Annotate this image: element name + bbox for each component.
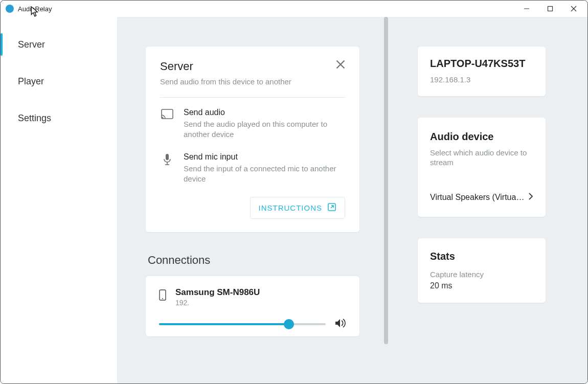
sidebar-item-label: Server bbox=[18, 39, 45, 50]
titlebar: AudioRelay bbox=[1, 1, 587, 17]
sidebar-item-player[interactable]: Player bbox=[1, 63, 117, 100]
minimize-button[interactable] bbox=[515, 1, 538, 17]
app-window: AudioRelay Server Player Set bbox=[0, 0, 588, 384]
option-desc: Send the input of a connected mic to ano… bbox=[184, 164, 345, 184]
divider bbox=[160, 97, 345, 98]
close-icon[interactable] bbox=[336, 60, 345, 71]
option-send-mic[interactable]: Send mic input Send the input of a conne… bbox=[160, 152, 345, 184]
svg-rect-8 bbox=[166, 154, 169, 160]
app-icon bbox=[6, 5, 14, 13]
option-label: Send audio bbox=[184, 108, 345, 117]
maximize-button[interactable] bbox=[538, 1, 562, 17]
stats-title: Stats bbox=[430, 251, 533, 262]
instructions-button[interactable]: INSTRUCTIONS bbox=[250, 197, 346, 219]
external-link-icon bbox=[327, 202, 336, 213]
speaker-icon[interactable] bbox=[335, 318, 346, 330]
close-button[interactable] bbox=[562, 1, 585, 17]
stats-latency-label: Capture latency bbox=[430, 269, 533, 280]
host-card: LAPTOP-U47KS53T 192.168.1.3 bbox=[418, 47, 546, 96]
phone-icon bbox=[159, 287, 166, 303]
host-name: LAPTOP-U47KS53T bbox=[430, 58, 533, 70]
host-ip: 192.168.1.3 bbox=[430, 75, 533, 85]
option-label: Send mic input bbox=[184, 152, 345, 162]
audio-device-selector[interactable]: Virtual Speakers (Virtua… bbox=[430, 192, 533, 202]
stats-card: Stats Capture latency 20 ms bbox=[418, 238, 546, 303]
window-controls bbox=[515, 1, 585, 17]
svg-point-7 bbox=[162, 118, 163, 119]
audio-device-title: Audio device bbox=[430, 131, 533, 143]
svg-rect-6 bbox=[162, 109, 173, 119]
option-desc: Send the audio played on this computer t… bbox=[184, 119, 345, 139]
connections-title: Connections bbox=[148, 254, 359, 267]
option-send-audio[interactable]: Send audio Send the audio played on this… bbox=[160, 108, 345, 139]
volume-slider[interactable] bbox=[159, 323, 326, 325]
sidebar-item-settings[interactable]: Settings bbox=[1, 100, 117, 137]
audio-device-card: Audio device Select which audio device t… bbox=[418, 118, 546, 217]
svg-rect-1 bbox=[548, 7, 553, 11]
volume-slider-thumb[interactable] bbox=[284, 319, 294, 329]
content-area: Server Send audio from this device to an… bbox=[117, 17, 587, 383]
cast-icon bbox=[160, 108, 174, 139]
scrollbar[interactable] bbox=[384, 17, 388, 344]
server-card-title: Server bbox=[160, 60, 291, 73]
server-card: Server Send audio from this device to an… bbox=[146, 47, 359, 232]
volume-slider-fill bbox=[159, 323, 289, 325]
connection-name: Samsung SM-N986U bbox=[175, 287, 260, 298]
sidebar-item-label: Player bbox=[18, 76, 44, 87]
chevron-right-icon bbox=[528, 192, 533, 202]
svg-point-13 bbox=[162, 298, 163, 299]
sidebar-item-label: Settings bbox=[18, 113, 51, 124]
sidebar: Server Player Settings bbox=[1, 17, 117, 383]
connection-ip: 192. bbox=[175, 299, 260, 307]
audio-device-subtitle: Select which audio device to stream bbox=[430, 148, 533, 168]
server-card-subtitle: Send audio from this device to another bbox=[160, 77, 291, 86]
sidebar-item-server[interactable]: Server bbox=[1, 26, 117, 63]
microphone-icon bbox=[160, 152, 174, 184]
stats-latency-value: 20 ms bbox=[430, 281, 533, 290]
instructions-label: INSTRUCTIONS bbox=[259, 204, 323, 212]
audio-device-selected: Virtual Speakers (Virtua… bbox=[430, 193, 524, 202]
connection-card: Samsung SM-N986U 192. bbox=[146, 276, 359, 336]
app-title: AudioRelay bbox=[18, 5, 52, 13]
